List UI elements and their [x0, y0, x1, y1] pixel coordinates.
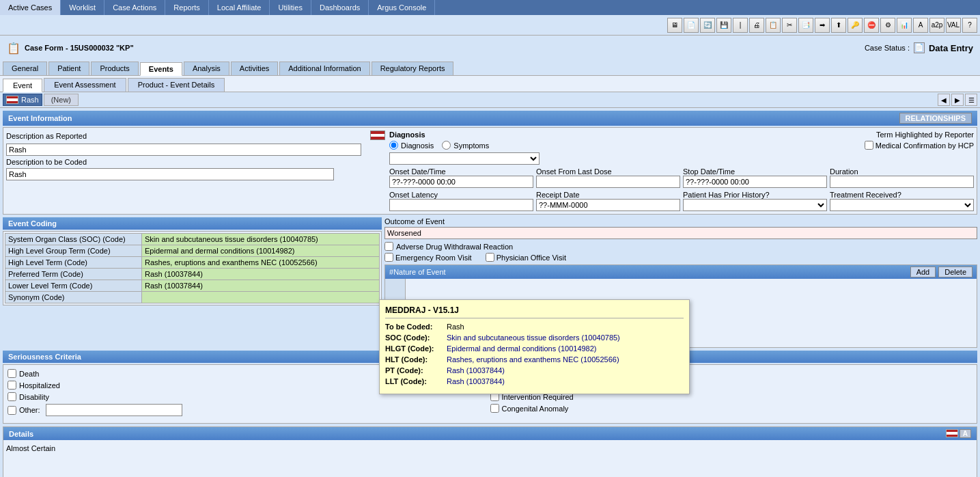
term-highlighted-select[interactable] — [389, 152, 540, 165]
cb-other-input[interactable] — [46, 404, 182, 416]
toolbar-btn-help[interactable]: ? — [962, 18, 977, 33]
cb-death[interactable] — [8, 369, 16, 378]
toolbar-btn-18[interactable]: VAL — [946, 18, 961, 33]
meddra-popup-title: MEDDRAJ - V15.1J — [385, 305, 684, 318]
adverse-drug-check[interactable] — [384, 242, 393, 251]
onset-date-col: Onset Date/Time — [389, 167, 533, 188]
nav-utilities[interactable]: Utilities — [270, 0, 311, 15]
sub-tab-product-event-details[interactable]: Product - Event Details — [128, 78, 225, 92]
nav-case-actions[interactable]: Case Actions — [104, 0, 165, 15]
tab-regulatory-reports[interactable]: Regulatory Reports — [372, 62, 454, 75]
tab-additional-information[interactable]: Additional Information — [279, 62, 369, 75]
event-tab-list[interactable]: ☰ — [965, 94, 977, 106]
flag-us-icon — [370, 131, 385, 140]
toolbar-btn-11[interactable]: ⬆ — [831, 18, 846, 33]
toolbar-btn-13[interactable]: ⛔ — [864, 18, 879, 33]
nature-add-btn[interactable]: Add — [910, 267, 936, 277]
toolbar-btn-8[interactable]: ✂ — [782, 18, 797, 33]
event-tab-rash[interactable]: Rash — [3, 94, 42, 106]
term-highlighted-label: Term Highlighted by Reporter — [876, 131, 974, 139]
details-format-icon[interactable]: A — [960, 429, 971, 438]
toolbar-btn-9[interactable]: 📑 — [798, 18, 813, 33]
prior-history-col: Patient Has Prior History? — [683, 191, 827, 211]
cb-disability[interactable] — [8, 392, 16, 401]
coding-value-0[interactable]: Skin and subcutaneous tissue disorders (… — [142, 234, 380, 245]
desc-to-coded-input[interactable] — [6, 168, 334, 180]
toolbar-btn-15[interactable]: 📊 — [897, 18, 912, 33]
coding-label-5: Synonym (Code) — [5, 292, 142, 303]
adverse-drug-row: Adverse Drug Withdrawal Reaction — [384, 242, 977, 251]
meddra-val-5: Rash (10037844) — [447, 377, 505, 385]
radio-symptoms[interactable] — [442, 141, 451, 150]
stop-date-input[interactable] — [683, 176, 827, 188]
onset-date-input[interactable] — [389, 176, 533, 188]
receipt-date-col: Receipt Date — [536, 191, 680, 211]
emergency-row: Emergency Room Visit Physician Office Vi… — [384, 253, 977, 262]
toolbar-btn-5[interactable]: | — [733, 18, 748, 33]
cb-other[interactable] — [8, 406, 16, 415]
coding-label-2: High Level Term (Code) — [5, 257, 142, 269]
relationships-btn[interactable]: RELATIONSHIPS — [899, 113, 972, 124]
nav-argus-console[interactable]: Argus Console — [369, 0, 435, 15]
receipt-date-input[interactable] — [536, 199, 680, 211]
desc-as-reported-input[interactable] — [6, 144, 361, 156]
tab-patient[interactable]: Patient — [48, 62, 89, 75]
tab-general[interactable]: General — [3, 62, 47, 75]
physician-office-check[interactable] — [486, 253, 494, 262]
desc-as-reported-row: Description as Reported — [6, 131, 385, 141]
tab-activities[interactable]: Activities — [231, 62, 278, 75]
tab-analysis[interactable]: Analysis — [184, 62, 229, 75]
nav-reports[interactable]: Reports — [165, 0, 209, 15]
toolbar-btn-16[interactable]: A — [913, 18, 928, 33]
toolbar-btn-17[interactable]: a2p — [929, 18, 944, 33]
toolbar-btn-12[interactable]: 🔑 — [848, 18, 863, 33]
seriousness-title: Seriousness Criteria — [8, 353, 81, 361]
toolbar-btn-7[interactable]: 📋 — [766, 18, 781, 33]
tab-events[interactable]: Events — [140, 62, 182, 76]
toolbar-btn-2[interactable]: 📄 — [684, 18, 699, 33]
cb-congenital-label: Congenital Anomaly — [502, 405, 569, 413]
nav-local-affiliate[interactable]: Local Affiliate — [209, 0, 270, 15]
emergency-room-check[interactable] — [384, 253, 393, 262]
toolbar-btn-4[interactable]: 💾 — [716, 18, 731, 33]
event-coding-section: Event Coding System Organ Class (SOC) (C… — [3, 217, 382, 348]
term-highlighted-input-row — [389, 152, 974, 165]
coding-value-2[interactable]: Rashes, eruptions and exanthems NEC (100… — [142, 257, 380, 269]
duration-input[interactable] — [830, 176, 974, 188]
outcome-label: Outcome of Event — [384, 217, 445, 226]
meddra-row-4: PT (Code): Rash (10037844) — [385, 366, 684, 374]
event-tab-new[interactable]: (New) — [44, 94, 79, 106]
event-tab-next[interactable]: ▶ — [951, 94, 964, 106]
nav-worklist[interactable]: Worklist — [61, 0, 104, 15]
sub-tab-event-assessment[interactable]: Event Assessment — [44, 78, 126, 92]
onset-latency-input[interactable] — [389, 199, 533, 211]
onset-last-dose-input[interactable] — [536, 176, 680, 188]
form-title: 📋 Case Form - 15US000032 "KP" — [7, 42, 134, 55]
event-left-panel: Description as Reported Description to b… — [6, 131, 385, 211]
coding-table: System Organ Class (SOC) (Code) Skin and… — [5, 233, 380, 303]
toolbar-btn-6[interactable]: 🖨 — [749, 18, 764, 33]
coding-value-5[interactable] — [142, 292, 380, 303]
radio-diagnosis[interactable] — [389, 141, 398, 150]
top-nav: Active Cases Worklist Case Actions Repor… — [0, 0, 980, 15]
coding-value-1[interactable]: Epidermal and dermal conditions (1001498… — [142, 245, 380, 257]
toolbar-btn-10[interactable]: ➡ — [815, 18, 830, 33]
tab-products[interactable]: Products — [91, 62, 138, 75]
toolbar-btn-1[interactable]: 🖥 — [667, 18, 682, 33]
treatment-received-select[interactable] — [830, 199, 974, 211]
nature-delete-btn[interactable]: Delete — [938, 267, 972, 277]
cb-congenital[interactable] — [490, 404, 499, 413]
sub-tab-event[interactable]: Event — [3, 79, 42, 92]
toolbar-btn-14[interactable]: ⚙ — [880, 18, 895, 33]
nav-active-cases[interactable]: Active Cases — [0, 0, 61, 15]
medical-confirmation-check[interactable] — [865, 141, 873, 150]
outcome-input[interactable] — [384, 227, 977, 239]
coding-value-3[interactable]: Rash (10037844) — [142, 269, 380, 280]
toolbar-btn-3[interactable]: 🔄 — [700, 18, 715, 33]
cb-hospitalized[interactable] — [8, 381, 16, 390]
coding-value-4[interactable]: Rash (10037844) — [142, 280, 380, 292]
outcome-row: Outcome of Event — [384, 217, 977, 239]
nav-dashboards[interactable]: Dashboards — [311, 0, 369, 15]
event-tab-prev[interactable]: ◀ — [938, 94, 950, 106]
prior-history-select[interactable] — [683, 199, 827, 211]
